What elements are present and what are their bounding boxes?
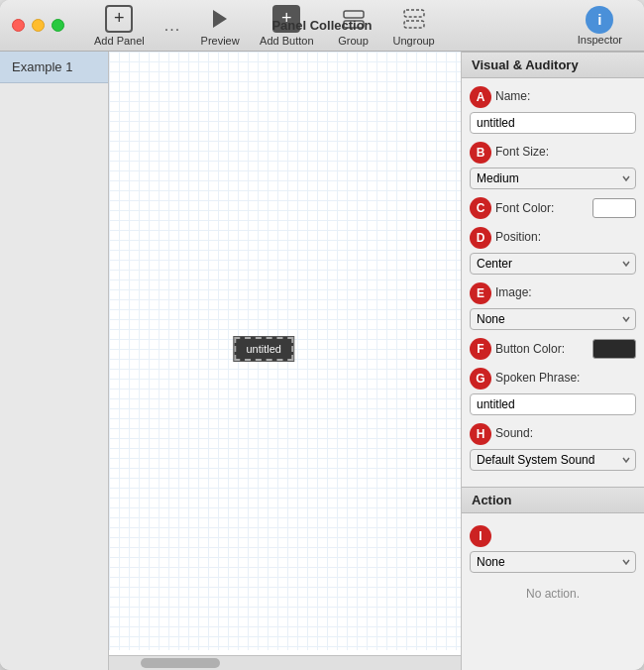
spoken-phrase-input[interactable] — [470, 393, 636, 415]
action-label-row: I — [470, 525, 636, 547]
sound-select[interactable]: Default System Sound — [470, 449, 636, 471]
font-size-field-row: B Font Size: Medium Small Large — [470, 142, 636, 189]
add-panel-icon: + — [105, 5, 133, 33]
button-color-label: Button Color: — [495, 342, 592, 356]
spoken-phrase-label-row: G Spoken Phrase: — [470, 368, 636, 390]
name-field-row: A Name: — [470, 86, 636, 134]
badge-b: B — [470, 142, 491, 164]
toolbar: + Add Panel ... Preview + Add Button — [84, 1, 445, 51]
font-size-label: Font Size: — [495, 145, 549, 159]
image-select[interactable]: None — [470, 308, 636, 330]
position-field-row: D Position: Center Left Right — [470, 227, 636, 275]
image-field-row: E Image: None — [470, 282, 636, 330]
dots-icon: ... — [164, 17, 180, 35]
action-header: Action — [462, 487, 644, 513]
sound-field-row: H Sound: Default System Sound — [470, 423, 636, 471]
font-size-select-wrapper: Medium Small Large — [470, 168, 636, 189]
visual-auditory-header: Visual & Auditory — [462, 52, 644, 78]
preview-button[interactable]: Preview — [190, 1, 250, 51]
action-select-wrapper: None — [470, 551, 636, 573]
close-button[interactable] — [12, 19, 25, 32]
badge-h: H — [470, 423, 491, 445]
sidebar: Example 1 — [0, 52, 109, 670]
canvas-button[interactable]: untitled — [234, 337, 292, 361]
badge-f: F — [470, 338, 491, 360]
position-label-row: D Position: — [470, 227, 636, 249]
position-label: Position: — [495, 230, 541, 244]
font-size-select[interactable]: Medium Small Large — [470, 168, 636, 189]
sound-label: Sound: — [495, 426, 533, 440]
badge-g: G — [470, 368, 491, 390]
no-action-text: No action. — [470, 581, 636, 607]
name-label-row: A Name: — [470, 86, 636, 108]
spoken-phrase-field-row: G Spoken Phrase: — [470, 368, 636, 415]
badge-c: C — [470, 197, 491, 219]
canvas-area: untitled — [109, 52, 461, 670]
font-color-row: C Font Color: — [470, 197, 636, 219]
add-button-label: Add Button — [260, 35, 313, 47]
preview-label: Preview — [201, 35, 240, 47]
inspector-icon: i — [586, 6, 613, 34]
sound-label-row: H Sound: — [470, 423, 636, 445]
add-panel-button[interactable]: + Add Panel — [84, 1, 155, 51]
action-select[interactable]: None — [470, 551, 636, 573]
ungroup-icon — [400, 5, 428, 33]
image-label-row: E Image: — [470, 282, 636, 304]
minimize-button[interactable] — [32, 19, 45, 32]
add-panel-label: Add Panel — [94, 35, 145, 47]
image-select-wrapper: None — [470, 308, 636, 330]
more-options-button[interactable]: ... — [155, 13, 190, 39]
ungroup-button[interactable]: Ungroup — [383, 1, 445, 51]
visual-auditory-content: A Name: B Font Size: Medium Small — [462, 78, 644, 487]
button-color-row: F Button Color: — [470, 338, 636, 360]
name-label: Name: — [495, 89, 530, 103]
scrollbar-thumb[interactable] — [141, 658, 220, 668]
inspector-label: Inspector — [578, 34, 622, 46]
action-field-row: I None — [470, 525, 636, 573]
inspector-panel: Visual & Auditory A Name: B Font Size: — [461, 52, 644, 670]
badge-e: E — [470, 282, 491, 304]
badge-a: A — [470, 86, 491, 108]
action-content: I None No action. — [462, 517, 644, 614]
image-label: Image: — [495, 285, 532, 299]
sound-select-wrapper: Default System Sound — [470, 449, 636, 471]
font-color-swatch[interactable] — [592, 198, 636, 218]
window-title: Panel Collection — [271, 18, 372, 33]
button-color-swatch[interactable] — [592, 339, 636, 359]
group-label: Group — [338, 35, 369, 47]
badge-d: D — [470, 227, 491, 249]
position-select[interactable]: Center Left Right — [470, 253, 636, 275]
position-select-wrapper: Center Left Right — [470, 253, 636, 275]
font-size-label-row: B Font Size: — [470, 142, 636, 164]
sidebar-item-example1[interactable]: Example 1 — [0, 52, 108, 83]
ungroup-label: Ungroup — [393, 35, 435, 47]
titlebar: + Add Panel ... Preview + Add Button — [0, 0, 644, 52]
maximize-button[interactable] — [52, 19, 64, 32]
main-window: + Add Panel ... Preview + Add Button — [0, 0, 644, 670]
spoken-phrase-label: Spoken Phrase: — [495, 371, 580, 385]
svg-rect-2 — [404, 10, 424, 17]
preview-icon — [206, 5, 234, 33]
svg-rect-0 — [344, 11, 364, 18]
canvas-scrollbar[interactable] — [109, 655, 461, 670]
app-body: Example 1 untitled Visual & Auditory A N… — [0, 52, 644, 670]
name-input[interactable] — [470, 112, 636, 134]
badge-i: I — [470, 525, 491, 547]
traffic-lights — [12, 19, 64, 32]
font-color-label: Font Color: — [495, 201, 592, 215]
inspector-button[interactable]: i Inspector — [568, 2, 632, 50]
svg-rect-3 — [404, 21, 424, 28]
